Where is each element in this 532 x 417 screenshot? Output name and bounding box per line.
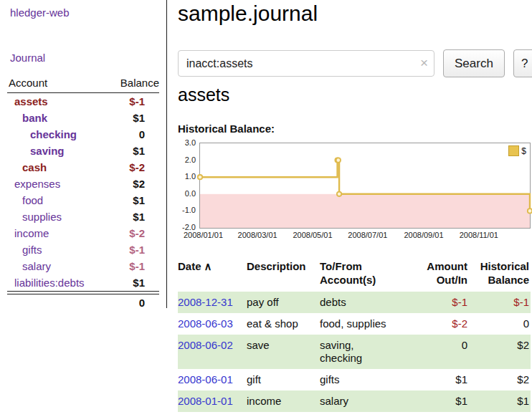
account-row: income $-2 [7, 225, 159, 241]
account-link[interactable]: expenses [14, 178, 60, 190]
register-amount: 0 [414, 335, 469, 369]
register-account: gifts [320, 369, 414, 390]
account-row: bank $1 [7, 110, 159, 126]
account-row: assets $-1 [7, 93, 159, 110]
sidebar: hledger-web Journal Account Balance asse… [0, 0, 166, 417]
balance-chart: 3.02.01.00.0-1.0-2.0 $ 2008/01/012008/03… [178, 140, 532, 245]
chart-title: Historical Balance: [178, 123, 275, 135]
account-link[interactable]: bank [22, 112, 47, 124]
help-button[interactable]: ? [513, 49, 532, 77]
register-row: 2008-01-01 income salary $1 $1 [178, 390, 531, 412]
search-bar: × Search ? [178, 49, 532, 77]
register-balance: $2 [469, 335, 531, 369]
account-balance: $-2 [107, 225, 159, 241]
account-link[interactable]: salary [22, 260, 51, 272]
search-input[interactable] [178, 50, 434, 77]
accounts-body: assets $-1 bank $1 checking 0 saving $1 … [7, 93, 159, 292]
account-link[interactable]: assets [14, 95, 48, 107]
register-table: Date∧ Description To/From Account(s) Amo… [178, 258, 531, 412]
register-balance: 0 [469, 313, 531, 335]
chart-legend: $ [508, 145, 526, 156]
account-balance: $-2 [107, 159, 159, 176]
search-box: × [178, 50, 434, 77]
register-date-link[interactable]: 2008-12-31 [178, 296, 233, 308]
account-balance: $-1 [107, 258, 159, 274]
accounts-header-balance: Balance [107, 75, 159, 93]
account-link[interactable]: checking [30, 128, 77, 140]
account-balance: $1 [107, 143, 159, 159]
clear-search-icon[interactable]: × [420, 55, 428, 71]
accounts-total: 0 [107, 294, 159, 312]
y-tick-label: 3.0 [185, 138, 196, 147]
x-tick-label: 2008/11/01 [460, 231, 498, 239]
register-amount: $1 [414, 369, 469, 390]
register-description: gift [247, 369, 320, 390]
account-balance: $1 [107, 274, 159, 292]
register-date-link[interactable]: 2008-01-01 [178, 395, 233, 407]
account-balance: $1 [107, 208, 159, 225]
x-tick-label: 2008/05/01 [293, 231, 332, 239]
register-header-row: Date∧ Description To/From Account(s) Amo… [178, 258, 531, 292]
register-row: 2008-06-02 save saving, checking 0 $2 [178, 335, 531, 369]
register-header-balance: Historical Balance [469, 258, 531, 292]
x-tick-label: 2008/01/01 [184, 231, 223, 239]
register-row: 2008-06-03 eat & shop food, supplies $-2… [178, 313, 531, 335]
account-balance: $2 [107, 176, 159, 192]
chart-y-axis: 3.02.01.00.0-1.0-2.0 [178, 140, 196, 229]
register-header-description: Description [247, 258, 320, 292]
register-description: eat & shop [247, 313, 320, 335]
account-link[interactable]: supplies [22, 211, 62, 223]
register-balance: $1 [469, 390, 531, 412]
account-link[interactable]: cash [22, 161, 47, 173]
account-row: checking 0 [7, 126, 159, 143]
register-header-amount: Amount Out/In [414, 258, 469, 292]
register-header-date-label: Date [178, 260, 201, 272]
account-row: food $1 [7, 192, 159, 208]
account-link[interactable]: liabilities:debts [14, 277, 85, 289]
register-date-link[interactable]: 2008-06-03 [178, 317, 233, 330]
accounts-table: Account Balance assets $-1 bank $1 check… [7, 75, 159, 311]
x-tick-label: 2008/03/01 [238, 231, 277, 239]
sidebar-item-journal[interactable]: Journal [10, 52, 45, 64]
register-row: 2008-06-01 gift gifts $1 $2 [178, 369, 531, 390]
register-amount: $-2 [414, 313, 469, 335]
sidebar-divider [166, 0, 167, 308]
register-balance: $2 [469, 369, 531, 390]
account-row: gifts $-1 [7, 241, 159, 258]
register-balance: $-1 [469, 292, 531, 313]
account-balance: $-1 [107, 93, 159, 110]
register-date-link[interactable]: 2008-06-02 [178, 339, 233, 351]
account-link[interactable]: income [14, 227, 49, 239]
chart-x-axis: 2008/01/012008/03/012008/05/012008/07/01… [199, 231, 529, 241]
register-account: food, supplies [320, 313, 414, 335]
accounts-header-row: Account Balance [7, 75, 159, 93]
register-account: saving, checking [320, 335, 414, 369]
legend-swatch [508, 145, 519, 156]
balance-chart-svg [200, 143, 530, 228]
y-tick-label: 1.0 [185, 172, 196, 181]
chart-plot-area: $ [199, 143, 531, 229]
account-row: expenses $2 [7, 176, 159, 192]
register-row: 2008-12-31 pay off debts $-1 $-1 [178, 292, 531, 313]
register-amount: $1 [414, 390, 469, 412]
account-link[interactable]: gifts [22, 244, 42, 256]
app-title-link[interactable]: hledger-web [10, 6, 70, 19]
sort-asc-icon[interactable]: ∧ [204, 260, 212, 272]
x-tick-label: 2008/07/01 [348, 231, 387, 239]
y-tick-label: 0.0 [185, 189, 196, 198]
account-row: salary $-1 [7, 258, 159, 274]
account-link[interactable]: saving [30, 145, 65, 157]
accounts-header-account: Account [7, 75, 107, 93]
account-row: cash $-2 [7, 159, 159, 176]
register-body: 2008-12-31 pay off debts $-1 $-1 2008-06… [178, 292, 531, 412]
legend-label: $ [521, 146, 526, 156]
account-row: saving $1 [7, 143, 159, 159]
account-link[interactable]: food [22, 194, 43, 206]
register-header-date: Date∧ [178, 258, 247, 292]
register-account: debts [320, 292, 414, 313]
account-heading: assets [178, 85, 229, 105]
account-row: liabilities:debts $1 [7, 274, 159, 292]
account-balance: $-1 [107, 241, 159, 258]
register-date-link[interactable]: 2008-06-01 [178, 373, 233, 385]
search-button[interactable]: Search [443, 49, 505, 77]
